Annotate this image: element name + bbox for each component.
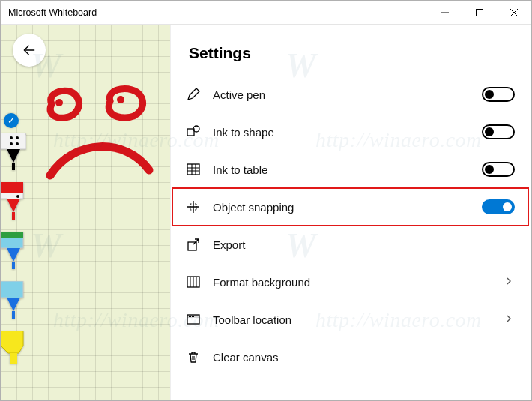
svg-point-6	[16, 195, 19, 198]
object-snapping-icon	[186, 199, 201, 214]
back-button[interactable]	[13, 34, 46, 67]
ink-drawing-sad-face	[37, 82, 164, 196]
setting-label: Active pen	[213, 88, 470, 101]
setting-ink-to-table[interactable]: Ink to table	[171, 151, 531, 188]
svg-rect-10	[10, 353, 17, 364]
settings-panel: Settings Active pen Ink to shape Ink to …	[170, 25, 531, 400]
titlebar: Microsoft Whiteboard	[1, 1, 531, 25]
pen-tool-red[interactable]	[1, 182, 26, 230]
setting-active-pen[interactable]: Active pen	[171, 76, 531, 113]
highlighter-tool[interactable]	[1, 331, 26, 373]
setting-label: Toolbar location	[213, 313, 492, 326]
format-background-icon	[186, 274, 201, 289]
toggle-switch[interactable]	[482, 87, 515, 102]
setting-object-snapping[interactable]: Object snapping	[171, 188, 531, 226]
toggle-switch[interactable]	[482, 162, 515, 177]
table-icon	[186, 162, 201, 177]
chevron-right-icon	[504, 313, 515, 325]
setting-label: Format background	[213, 276, 492, 289]
settings-heading: Settings	[189, 44, 531, 62]
pen-tool-blue-2[interactable]	[1, 281, 26, 329]
svg-rect-5	[12, 212, 15, 220]
svg-rect-8	[12, 262, 15, 269]
window-title: Microsoft Whiteboard	[8, 7, 97, 18]
setting-label: Clear canvas	[213, 351, 515, 364]
setting-label: Ink to table	[213, 163, 470, 176]
svg-rect-14	[188, 242, 196, 250]
svg-rect-18	[189, 316, 191, 318]
svg-rect-0	[477, 10, 483, 16]
ink-to-shape-icon	[186, 124, 201, 139]
window-close-button[interactable]	[497, 1, 531, 25]
toggle-switch[interactable]	[482, 199, 515, 214]
whiteboard-canvas-area: ✓	[1, 25, 170, 400]
trash-icon	[186, 349, 201, 364]
svg-rect-13	[187, 164, 199, 175]
pen-toolbar: ✓	[1, 113, 26, 373]
pen-tool-black[interactable]	[1, 133, 26, 181]
export-icon	[186, 237, 201, 252]
svg-point-2	[117, 96, 124, 103]
setting-clear-canvas[interactable]: Clear canvas	[171, 338, 531, 376]
toolbar-location-icon	[186, 312, 201, 327]
arrow-left-icon	[22, 43, 37, 58]
svg-rect-7	[1, 232, 23, 238]
window-maximize-button[interactable]	[462, 1, 497, 25]
svg-rect-19	[192, 316, 194, 318]
setting-label: Ink to shape	[213, 126, 470, 139]
selection-indicator[interactable]: ✓	[4, 113, 19, 128]
check-icon: ✓	[7, 116, 15, 125]
setting-export[interactable]: Export	[171, 226, 531, 263]
window-minimize-button[interactable]	[428, 1, 462, 25]
svg-rect-4	[1, 182, 23, 193]
pen-icon	[186, 87, 201, 102]
pen-tool-blue[interactable]	[1, 232, 26, 280]
svg-rect-3	[12, 163, 15, 170]
setting-toolbar-location[interactable]: Toolbar location	[171, 301, 531, 338]
setting-label: Object snapping	[213, 201, 470, 214]
chevron-right-icon	[504, 276, 515, 288]
svg-rect-9	[12, 311, 15, 319]
toggle-switch[interactable]	[482, 124, 515, 139]
setting-ink-to-shape[interactable]: Ink to shape	[171, 113, 531, 151]
setting-label: Export	[213, 238, 515, 251]
svg-point-1	[55, 99, 63, 106]
setting-format-background[interactable]: Format background	[171, 263, 531, 301]
